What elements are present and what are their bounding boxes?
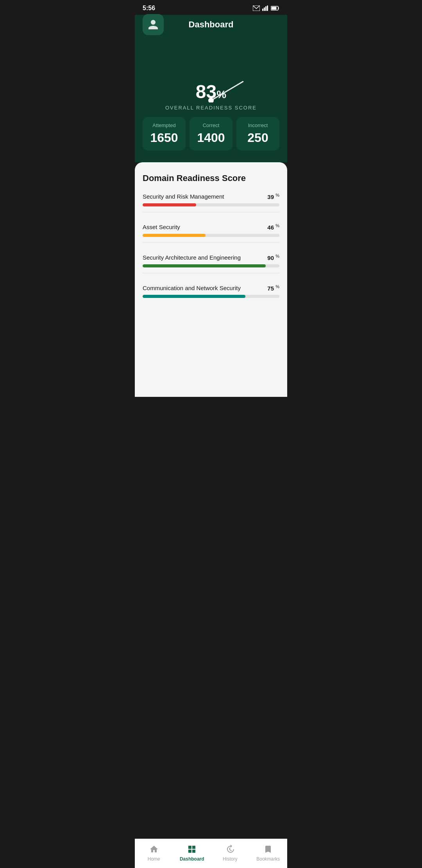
dashboard-icon: [186, 844, 197, 855]
progress-fill-1: [143, 234, 206, 237]
header: Dashboard: [135, 15, 287, 36]
svg-rect-1: [262, 9, 263, 11]
stat-incorrect-value: 250: [240, 131, 275, 145]
home-icon: [148, 844, 159, 855]
stat-attempted: Attempted 1650: [143, 117, 186, 151]
nav-dashboard-label: Dashboard: [180, 856, 204, 862]
domain-item-3: Communication and Network Security 75 %: [143, 284, 279, 298]
stat-incorrect: Incorrect 250: [236, 117, 279, 151]
header-title: Dashboard: [189, 20, 234, 30]
domain-name-1: Asset Security: [143, 224, 180, 230]
domain-list: Security and Risk Management 39 % Asset …: [143, 193, 279, 298]
domain-name-2: Security Architecture and Engineering: [143, 254, 241, 261]
bottom-nav: Home Dashboard History Bookmarks: [135, 839, 287, 868]
gauge-section: 83% OVERALL READINESS SCORE Attempted 16…: [135, 36, 287, 162]
nav-bookmarks[interactable]: Bookmarks: [249, 839, 288, 868]
stat-correct: Correct 1400: [190, 117, 232, 151]
domain-item-2: Security Architecture and Engineering 90…: [143, 254, 279, 273]
nav-home-label: Home: [148, 856, 160, 862]
domain-row-0: Security and Risk Management 39 %: [143, 193, 279, 200]
nav-dashboard[interactable]: Dashboard: [173, 839, 211, 868]
svg-rect-6: [272, 7, 277, 10]
progress-track-0: [143, 203, 279, 206]
domain-item-0: Security and Risk Management 39 %: [143, 193, 279, 212]
progress-track-2: [143, 264, 279, 267]
domain-item-1: Asset Security 46 %: [143, 223, 279, 243]
stat-attempted-label: Attempted: [147, 122, 182, 128]
stat-attempted-value: 1650: [147, 131, 182, 145]
domain-pct-3: 75 %: [267, 284, 279, 292]
domain-name-3: Communication and Network Security: [143, 285, 241, 291]
svg-rect-4: [267, 5, 268, 11]
progress-fill-2: [143, 264, 266, 267]
user-icon: [147, 19, 159, 30]
stat-correct-label: Correct: [193, 122, 229, 128]
domain-divider: [143, 242, 279, 243]
nav-bookmarks-label: Bookmarks: [256, 856, 280, 862]
domain-name-0: Security and Risk Management: [143, 193, 224, 200]
nav-home[interactable]: Home: [135, 839, 173, 868]
domain-pct-0: 39 %: [267, 193, 279, 200]
domain-pct-1: 46 %: [267, 223, 279, 231]
domain-pct-2: 90 %: [267, 254, 279, 261]
stat-incorrect-label: Incorrect: [240, 122, 275, 128]
gauge-center: 83%: [196, 81, 226, 102]
progress-fill-3: [143, 295, 245, 298]
domain-section-title: Domain Readiness Score: [143, 173, 279, 183]
nav-history-label: History: [223, 856, 237, 862]
history-icon: [225, 844, 236, 855]
domain-divider: [143, 273, 279, 273]
domain-divider: [143, 212, 279, 212]
stats-row: Attempted 1650 Correct 1400 Incorrect 25…: [143, 117, 279, 151]
domain-row-1: Asset Security 46 %: [143, 223, 279, 231]
nav-history[interactable]: History: [211, 839, 249, 868]
avatar-button[interactable]: [143, 14, 164, 35]
domain-row-2: Security Architecture and Engineering 90…: [143, 254, 279, 261]
svg-rect-3: [265, 6, 266, 11]
gauge-percent-value: 83%: [196, 93, 226, 99]
progress-fill-0: [143, 203, 196, 206]
progress-track-1: [143, 234, 279, 237]
status-bar: 5:56: [135, 0, 287, 15]
domain-row-3: Communication and Network Security 75 %: [143, 284, 279, 292]
progress-track-3: [143, 295, 279, 298]
status-icons: [253, 5, 279, 11]
bookmarks-icon: [263, 844, 274, 855]
svg-rect-2: [264, 7, 265, 11]
status-time: 5:56: [143, 5, 155, 12]
overall-label: OVERALL READINESS SCORE: [165, 105, 257, 111]
gauge-chart: 83%: [152, 40, 270, 102]
main-content: Domain Readiness Score Security and Risk…: [135, 162, 287, 397]
stat-correct-value: 1400: [193, 131, 229, 145]
